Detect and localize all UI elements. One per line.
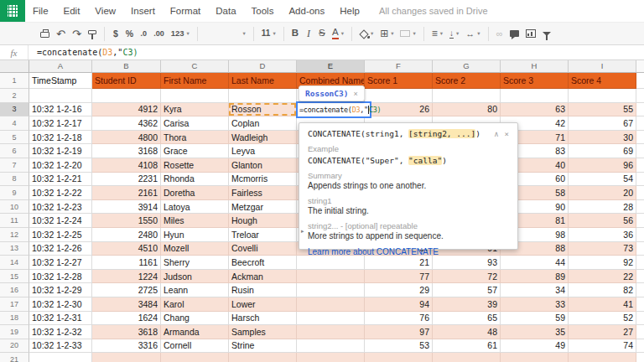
row-header-17[interactable]: 17 (0, 297, 29, 312)
cell-G16[interactable]: 57 (433, 283, 501, 297)
cell-B2[interactable] (92, 89, 161, 103)
print-icon[interactable] (37, 24, 53, 43)
cell-I7[interactable]: 96 (569, 158, 636, 173)
currency-format-icon[interactable]: $ (109, 24, 122, 43)
menu-item-file[interactable]: File (25, 6, 56, 16)
cell-H1[interactable]: Score 3 (501, 73, 569, 89)
increase-decimal-icon[interactable]: .00 (150, 24, 168, 43)
cell-D6[interactable]: Leyva (229, 144, 297, 158)
cell-I13[interactable]: 73 (569, 242, 636, 256)
cell-B21[interactable] (92, 353, 161, 362)
cell-C13[interactable]: Mozell (161, 242, 229, 256)
cell-B1[interactable]: Student ID (92, 73, 161, 89)
row-header-8[interactable]: 8 (0, 173, 29, 187)
cell-D14[interactable]: Beecroft (229, 256, 297, 270)
cell-A18[interactable]: 10:32 1-2-31 (29, 312, 92, 326)
font-family-dropdown[interactable]: ▾ (202, 24, 249, 43)
italic-icon[interactable]: I (302, 24, 315, 43)
cell-D13[interactable]: Covelli (229, 242, 297, 256)
learn-more-link[interactable]: Learn more about CONCATENATE (308, 247, 509, 256)
cell-B5[interactable]: 4800 (92, 131, 161, 145)
cell-B8[interactable]: 2231 (92, 173, 161, 187)
cell-H17[interactable]: 33 (501, 297, 569, 312)
menu-item-data[interactable]: Data (208, 6, 243, 16)
cell-G3[interactable]: 80 (433, 103, 501, 117)
cell-A4[interactable]: 10:32 1-2-17 (29, 116, 92, 131)
cell-B13[interactable]: 4510 (92, 242, 161, 256)
cell-A3[interactable]: 10:32 1-2-16 (29, 103, 92, 117)
horizontal-align-icon[interactable]: ≡▾ (428, 24, 446, 43)
cell-I21[interactable] (569, 353, 636, 362)
cell-B7[interactable]: 4108 (92, 158, 161, 173)
cell-C1[interactable]: First Name (161, 73, 229, 89)
expand-arrow-icon[interactable]: ▸ (301, 228, 304, 235)
merge-cells-icon[interactable]: ▾ (397, 24, 418, 43)
cell-F20[interactable]: 53 (365, 339, 433, 354)
row-header-9[interactable]: 9 (0, 186, 29, 200)
cell-D15[interactable]: Ackman (229, 270, 297, 284)
cell-B4[interactable]: 4362 (92, 116, 161, 131)
row-header-16[interactable]: 16 (0, 283, 29, 297)
row-header-19[interactable]: 19 (0, 325, 29, 339)
menu-item-edit[interactable]: Edit (56, 6, 88, 16)
cell-A19[interactable]: 10:32 1-2-32 (29, 325, 92, 339)
cell-A7[interactable]: 10:32 1-2-20 (29, 158, 92, 173)
menu-item-add-ons[interactable]: Add-ons (281, 6, 332, 16)
cell-H3[interactable]: 63 (501, 103, 569, 117)
cell-A14[interactable]: 10:32 1-2-27 (29, 256, 92, 270)
close-icon[interactable]: × (353, 90, 357, 98)
number-format-icon[interactable]: 123▾ (168, 24, 193, 43)
cell-A20[interactable]: 10:32 1-2-33 (29, 339, 92, 354)
cell-G18[interactable]: 65 (433, 312, 501, 326)
cell-B12[interactable]: 2480 (92, 228, 161, 242)
cell-C9[interactable]: Doretha (161, 186, 229, 200)
undo-icon[interactable]: ↶ (53, 24, 69, 43)
cell-I16[interactable]: 82 (569, 283, 636, 297)
strikethrough-icon[interactable]: S (315, 24, 329, 43)
cell-E21[interactable] (297, 353, 365, 362)
cell-B6[interactable]: 3168 (92, 144, 161, 158)
cell-I19[interactable]: 27 (569, 325, 636, 339)
cell-I9[interactable]: 20 (569, 186, 636, 200)
cell-G15[interactable]: 72 (433, 270, 501, 284)
row-header-3[interactable]: 3 (0, 103, 29, 117)
cell-H19[interactable]: 35 (501, 325, 569, 339)
cell-F19[interactable]: 97 (365, 325, 433, 339)
cell-A17[interactable]: 10:32 1-2-30 (29, 297, 92, 312)
cell-D5[interactable]: Wadleigh (229, 131, 297, 145)
cell-C19[interactable]: Armanda (161, 325, 229, 339)
cell-E20[interactable] (297, 339, 365, 354)
cell-C5[interactable]: Thora (161, 131, 229, 145)
cell-D7[interactable]: Glanton (229, 158, 297, 173)
cell-D3[interactable]: Rosson (229, 103, 297, 117)
cell-A11[interactable]: 10:32 1-2-24 (29, 214, 92, 228)
row-header-2[interactable]: 2 (0, 89, 29, 103)
filter-icon[interactable] (539, 24, 554, 43)
cell-C7[interactable]: Rosette (161, 158, 229, 173)
cell-D20[interactable]: Strine (229, 339, 297, 354)
cell-H16[interactable]: 34 (501, 283, 569, 297)
cell-D4[interactable]: Coplan (229, 116, 297, 131)
cell-D19[interactable]: Samples (229, 325, 297, 339)
cell-G14[interactable]: 93 (433, 256, 501, 270)
cell-D21[interactable] (229, 353, 297, 362)
cell-B3[interactable]: 4912 (92, 103, 161, 117)
cell-A9[interactable]: 10:32 1-2-22 (29, 186, 92, 200)
column-header-F[interactable]: F (365, 60, 433, 73)
cell-I12[interactable]: 36 (569, 228, 636, 242)
menu-item-view[interactable]: View (87, 6, 123, 16)
borders-icon[interactable]: ⊞▾ (377, 24, 397, 43)
row-header-21[interactable]: 21 (0, 353, 29, 362)
column-header-G[interactable]: G (433, 60, 501, 73)
cell-F15[interactable]: 77 (365, 270, 433, 284)
cell-F18[interactable]: 76 (365, 312, 433, 326)
cell-H21[interactable] (501, 353, 569, 362)
cell-A6[interactable]: 10:32 1-2-19 (29, 144, 92, 158)
cell-F2[interactable] (365, 89, 433, 103)
menu-item-insert[interactable]: Insert (123, 6, 163, 16)
cell-C21[interactable] (161, 353, 229, 362)
cell-A5[interactable]: 10:32 1-2-18 (29, 131, 92, 145)
cell-C4[interactable]: Carisa (161, 116, 229, 131)
menu-item-tools[interactable]: Tools (244, 6, 282, 16)
cell-G2[interactable] (433, 89, 501, 103)
